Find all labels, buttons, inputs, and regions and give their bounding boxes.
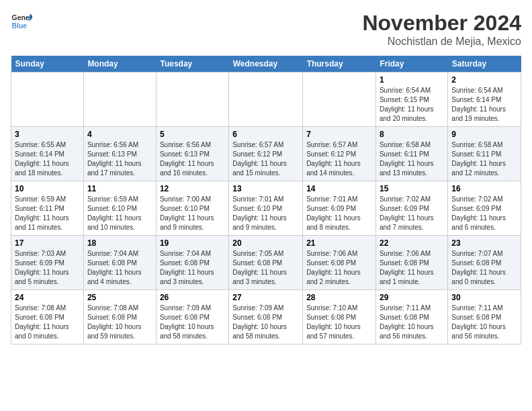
- calendar-cell: 24Sunrise: 7:08 AM Sunset: 6:08 PM Dayli…: [11, 290, 84, 345]
- header-saturday: Saturday: [448, 56, 521, 73]
- calendar-cell: 9Sunrise: 6:58 AM Sunset: 6:11 PM Daylig…: [448, 127, 521, 181]
- calendar-cell: [303, 73, 376, 127]
- day-number: 7: [306, 130, 372, 139]
- day-number: 28: [306, 293, 372, 302]
- calendar-cell: 12Sunrise: 7:00 AM Sunset: 6:10 PM Dayli…: [156, 181, 228, 236]
- calendar-cell: [11, 73, 84, 127]
- day-info: Sunrise: 7:10 AM Sunset: 6:08 PM Dayligh…: [306, 304, 372, 341]
- calendar-cell: 22Sunrise: 7:06 AM Sunset: 6:08 PM Dayli…: [375, 236, 447, 290]
- calendar-cell: [229, 73, 303, 127]
- day-info: Sunrise: 7:01 AM Sunset: 6:09 PM Dayligh…: [306, 195, 372, 232]
- calendar-table: Sunday Monday Tuesday Wednesday Thursday…: [11, 56, 521, 345]
- calendar-cell: 28Sunrise: 7:10 AM Sunset: 6:08 PM Dayli…: [303, 290, 376, 345]
- day-info: Sunrise: 6:58 AM Sunset: 6:11 PM Dayligh…: [380, 140, 444, 178]
- calendar-cell: 6Sunrise: 6:57 AM Sunset: 6:12 PM Daylig…: [229, 127, 303, 181]
- calendar-cell: 10Sunrise: 6:59 AM Sunset: 6:11 PM Dayli…: [11, 181, 84, 236]
- day-info: Sunrise: 7:04 AM Sunset: 6:08 PM Dayligh…: [87, 249, 152, 287]
- calendar-cell: 19Sunrise: 7:04 AM Sunset: 6:08 PM Dayli…: [156, 236, 228, 290]
- calendar-cell: 14Sunrise: 7:01 AM Sunset: 6:09 PM Dayli…: [303, 181, 376, 236]
- title-block: November 2024 Nochistlan de Mejia, Mexic…: [362, 11, 521, 48]
- day-info: Sunrise: 6:57 AM Sunset: 6:12 PM Dayligh…: [232, 140, 299, 178]
- day-info: Sunrise: 7:08 AM Sunset: 6:08 PM Dayligh…: [87, 304, 152, 341]
- calendar-week-1: 3Sunrise: 6:55 AM Sunset: 6:14 PM Daylig…: [11, 127, 521, 181]
- page-header: General Blue November 2024 Nochistlan de…: [11, 11, 521, 48]
- calendar-cell: 13Sunrise: 7:01 AM Sunset: 6:10 PM Dayli…: [229, 181, 303, 236]
- calendar-cell: 1Sunrise: 6:54 AM Sunset: 6:15 PM Daylig…: [375, 73, 447, 127]
- calendar-cell: 21Sunrise: 7:06 AM Sunset: 6:08 PM Dayli…: [303, 236, 376, 290]
- day-number: 26: [160, 293, 225, 302]
- day-info: Sunrise: 7:02 AM Sunset: 6:09 PM Dayligh…: [451, 195, 517, 232]
- day-number: 1: [380, 75, 444, 85]
- day-info: Sunrise: 6:54 AM Sunset: 6:15 PM Dayligh…: [380, 86, 444, 124]
- header-tuesday: Tuesday: [156, 56, 228, 73]
- calendar-cell: 18Sunrise: 7:04 AM Sunset: 6:08 PM Dayli…: [83, 236, 156, 290]
- day-info: Sunrise: 7:11 AM Sunset: 6:08 PM Dayligh…: [380, 304, 444, 341]
- day-number: 29: [380, 293, 444, 302]
- calendar-week-0: 1Sunrise: 6:54 AM Sunset: 6:15 PM Daylig…: [11, 73, 521, 127]
- svg-text:Blue: Blue: [12, 22, 28, 30]
- calendar-cell: 2Sunrise: 6:54 AM Sunset: 6:14 PM Daylig…: [448, 73, 521, 127]
- day-info: Sunrise: 7:09 AM Sunset: 6:08 PM Dayligh…: [160, 304, 225, 341]
- calendar-cell: 16Sunrise: 7:02 AM Sunset: 6:09 PM Dayli…: [448, 181, 521, 236]
- calendar-cell: 4Sunrise: 6:56 AM Sunset: 6:13 PM Daylig…: [83, 127, 156, 181]
- day-number: 21: [306, 238, 372, 248]
- calendar-cell: 26Sunrise: 7:09 AM Sunset: 6:08 PM Dayli…: [156, 290, 228, 345]
- day-info: Sunrise: 7:04 AM Sunset: 6:08 PM Dayligh…: [160, 249, 225, 287]
- day-info: Sunrise: 7:09 AM Sunset: 6:08 PM Dayligh…: [232, 304, 299, 341]
- header-sunday: Sunday: [11, 56, 84, 73]
- day-number: 16: [451, 184, 517, 193]
- day-number: 17: [15, 238, 80, 248]
- day-number: 19: [160, 238, 225, 248]
- day-number: 6: [232, 130, 299, 139]
- day-number: 14: [306, 184, 372, 193]
- day-number: 24: [15, 293, 80, 302]
- header-monday: Monday: [83, 56, 156, 73]
- day-info: Sunrise: 6:59 AM Sunset: 6:10 PM Dayligh…: [87, 195, 152, 232]
- day-info: Sunrise: 7:00 AM Sunset: 6:10 PM Dayligh…: [160, 195, 225, 232]
- day-number: 4: [87, 130, 152, 139]
- day-number: 2: [451, 75, 517, 85]
- calendar-week-3: 17Sunrise: 7:03 AM Sunset: 6:09 PM Dayli…: [11, 236, 521, 290]
- day-number: 22: [380, 238, 444, 248]
- day-info: Sunrise: 7:07 AM Sunset: 6:08 PM Dayligh…: [451, 249, 517, 287]
- day-info: Sunrise: 6:55 AM Sunset: 6:14 PM Dayligh…: [15, 140, 80, 178]
- calendar-cell: 23Sunrise: 7:07 AM Sunset: 6:08 PM Dayli…: [448, 236, 521, 290]
- day-info: Sunrise: 7:06 AM Sunset: 6:08 PM Dayligh…: [380, 249, 444, 287]
- calendar-header-row: Sunday Monday Tuesday Wednesday Thursday…: [11, 56, 521, 73]
- day-number: 12: [160, 184, 225, 193]
- day-number: 23: [451, 238, 517, 248]
- calendar-week-2: 10Sunrise: 6:59 AM Sunset: 6:11 PM Dayli…: [11, 181, 521, 236]
- calendar-cell: 29Sunrise: 7:11 AM Sunset: 6:08 PM Dayli…: [375, 290, 447, 345]
- calendar-cell: 20Sunrise: 7:05 AM Sunset: 6:08 PM Dayli…: [229, 236, 303, 290]
- calendar-cell: [156, 73, 228, 127]
- day-info: Sunrise: 7:11 AM Sunset: 6:08 PM Dayligh…: [451, 304, 517, 341]
- day-info: Sunrise: 7:06 AM Sunset: 6:08 PM Dayligh…: [306, 249, 372, 287]
- day-number: 13: [232, 184, 299, 193]
- calendar-week-4: 24Sunrise: 7:08 AM Sunset: 6:08 PM Dayli…: [11, 290, 521, 345]
- calendar-cell: 11Sunrise: 6:59 AM Sunset: 6:10 PM Dayli…: [83, 181, 156, 236]
- calendar-cell: [83, 73, 156, 127]
- month-title: November 2024: [362, 11, 521, 36]
- day-info: Sunrise: 7:05 AM Sunset: 6:08 PM Dayligh…: [232, 249, 299, 287]
- calendar-cell: 17Sunrise: 7:03 AM Sunset: 6:09 PM Dayli…: [11, 236, 84, 290]
- calendar-cell: 30Sunrise: 7:11 AM Sunset: 6:08 PM Dayli…: [448, 290, 521, 345]
- header-wednesday: Wednesday: [229, 56, 303, 73]
- day-number: 10: [15, 184, 80, 193]
- day-number: 18: [87, 238, 152, 248]
- day-info: Sunrise: 6:57 AM Sunset: 6:12 PM Dayligh…: [306, 140, 372, 178]
- calendar-cell: 5Sunrise: 6:56 AM Sunset: 6:13 PM Daylig…: [156, 127, 228, 181]
- day-info: Sunrise: 7:08 AM Sunset: 6:08 PM Dayligh…: [15, 304, 80, 341]
- day-number: 9: [451, 130, 517, 139]
- day-number: 11: [87, 184, 152, 193]
- day-number: 27: [232, 293, 299, 302]
- calendar-cell: 25Sunrise: 7:08 AM Sunset: 6:08 PM Dayli…: [83, 290, 156, 345]
- day-info: Sunrise: 7:03 AM Sunset: 6:09 PM Dayligh…: [15, 249, 80, 287]
- header-thursday: Thursday: [303, 56, 376, 73]
- location: Nochistlan de Mejia, Mexico: [362, 36, 521, 48]
- day-number: 20: [232, 238, 299, 248]
- calendar-cell: 8Sunrise: 6:58 AM Sunset: 6:11 PM Daylig…: [375, 127, 447, 181]
- calendar-cell: 27Sunrise: 7:09 AM Sunset: 6:08 PM Dayli…: [229, 290, 303, 345]
- calendar-cell: 15Sunrise: 7:02 AM Sunset: 6:09 PM Dayli…: [375, 181, 447, 236]
- day-info: Sunrise: 6:56 AM Sunset: 6:13 PM Dayligh…: [87, 140, 152, 178]
- logo: General Blue: [11, 11, 32, 32]
